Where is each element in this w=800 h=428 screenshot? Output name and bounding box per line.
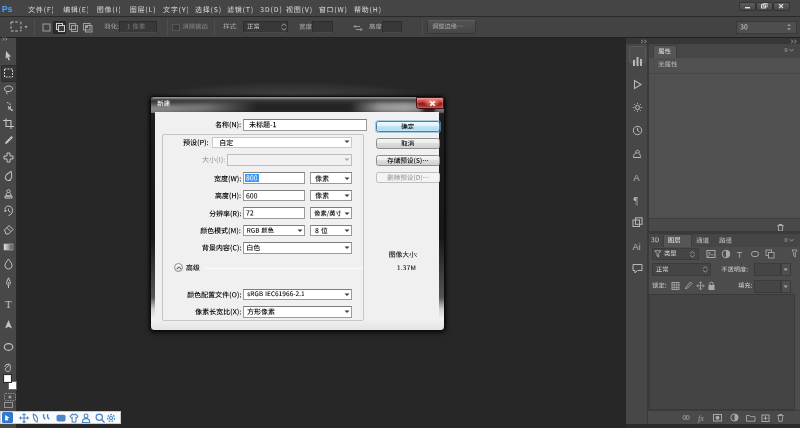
svg-text:Ps: Ps <box>2 4 13 14</box>
svg-text:T: T <box>737 249 743 259</box>
svg-text:A: A <box>633 171 640 182</box>
svg-text:¶: ¶ <box>633 194 638 205</box>
svg-text:T: T <box>5 298 12 310</box>
svg-text:fx: fx <box>698 414 704 423</box>
svg-text:Ai: Ai <box>632 241 640 251</box>
